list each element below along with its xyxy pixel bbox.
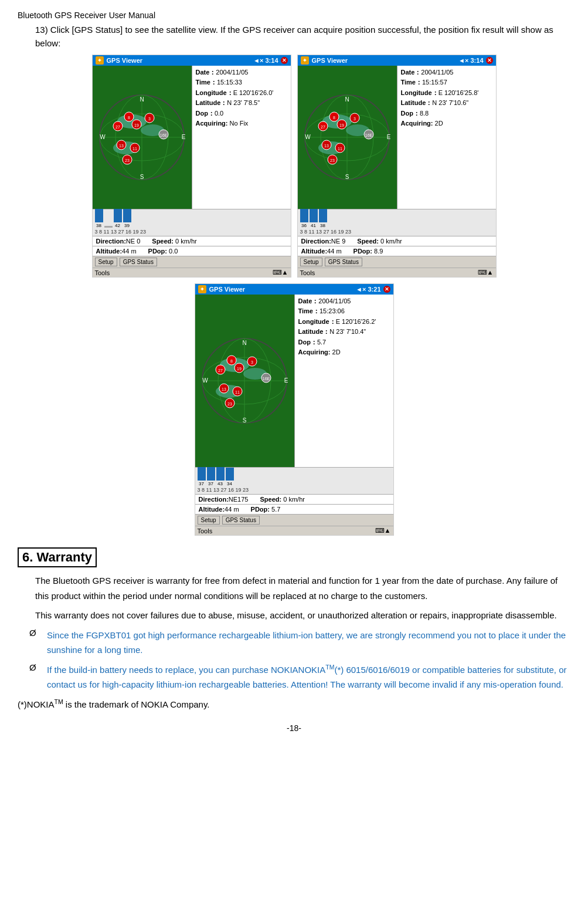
spd-3: Speed: 0 km/hr xyxy=(260,496,304,503)
bar-1d xyxy=(123,208,131,222)
signal-nums-2: 3 8 11 13 27 16 19 23 xyxy=(300,229,494,235)
alt-1: Altitude:44 m xyxy=(96,248,137,255)
warranty-section: 6. Warranty The Bluetooth GPS receiver i… xyxy=(18,547,570,712)
footer-note: (*)NOKIATM is the trademark of NOKIA Com… xyxy=(18,697,570,712)
bullet-text-1: Since the FGPXBT01 got high performance … xyxy=(47,628,570,658)
bullet-symbol-2: Ø xyxy=(29,662,41,692)
setup-btn-3[interactable]: Setup xyxy=(198,516,220,525)
lon-label-2: Longitude： xyxy=(401,89,439,96)
bar-2b xyxy=(310,207,318,222)
lon-value-1: E 120'16'26.0' xyxy=(233,89,274,96)
win-close-3[interactable]: ✕ xyxy=(383,286,390,293)
svg-text:W: W xyxy=(202,377,208,384)
win-title-3: GPS Viewer xyxy=(209,286,246,293)
svg-text:8: 8 xyxy=(230,359,233,363)
svg-text:16E: 16E xyxy=(365,133,372,137)
screenshot-2: ✦ GPS Viewer ◄× 3:14 ✕ N xyxy=(297,55,497,278)
svg-text:S: S xyxy=(345,174,349,180)
dop-value-1: 0.0 xyxy=(215,110,223,117)
bar-label-1a: 38 xyxy=(96,223,101,228)
svg-text:11: 11 xyxy=(235,390,240,394)
bar-label-1c: 42 xyxy=(115,223,120,228)
bar-label-1d: 39 xyxy=(124,223,130,228)
bar-label-3a: 37 xyxy=(199,481,204,486)
svg-text:13: 13 xyxy=(119,144,124,148)
spd-2: Speed: 0 km/hr xyxy=(357,238,402,245)
bar-label-3c: 43 xyxy=(217,481,223,486)
warranty-bullet1: Ø Since the FGPXBT01 got high performanc… xyxy=(18,628,570,658)
dop-label-2: Dop： xyxy=(401,110,420,117)
dop-value-2: 8.8 xyxy=(420,110,429,117)
svg-text:16E: 16E xyxy=(159,133,167,137)
svg-text:E: E xyxy=(181,134,185,140)
svg-text:W: W xyxy=(305,134,311,140)
screenshot-3: ✦ GPS Viewer ◄× 3:21 ✕ N S W E xyxy=(195,283,394,536)
dop-value-3: 5.7 xyxy=(317,339,326,346)
bar-label-3b: 37 xyxy=(208,481,213,486)
svg-text:16E: 16E xyxy=(262,377,270,381)
win-title-2: GPS Viewer xyxy=(312,57,348,64)
bar-label-2b: 41 xyxy=(311,223,316,228)
win-close-1[interactable]: ✕ xyxy=(281,57,288,64)
bar-1a xyxy=(95,208,103,222)
time-value-2: 15:15:57 xyxy=(422,79,447,86)
time-label-2: Time： xyxy=(401,79,422,86)
lon-value-2: E 120'16'25.8' xyxy=(439,89,479,96)
svg-text:S: S xyxy=(242,417,246,424)
date-value-1: 2004/11/05 xyxy=(216,69,248,76)
svg-text:13: 13 xyxy=(324,144,329,148)
lat-value-2: N 23' 7'10.6" xyxy=(432,99,468,106)
dop-label-3: Dop： xyxy=(298,339,317,346)
win-volume-2: ◄× 3:14 xyxy=(458,57,483,64)
win-close-2[interactable]: ✕ xyxy=(486,57,493,64)
bullet-symbol-1: Ø xyxy=(29,628,41,658)
date-label-1: Date： xyxy=(196,69,216,76)
bar-label-2a: 36 xyxy=(301,223,307,228)
date-value-3: 2004/11/05 xyxy=(318,297,351,305)
bar-3b xyxy=(207,466,215,481)
screenshot-1: ✦ GPS Viewer ◄× 3:14 ✕ xyxy=(92,55,291,278)
svg-text:19: 19 xyxy=(339,123,344,127)
pdop-1: PDop: 0.0 xyxy=(148,248,178,255)
gps-status-btn-1[interactable]: GPS Status xyxy=(120,258,157,266)
svg-text:13: 13 xyxy=(222,387,226,391)
setup-btn-1[interactable]: Setup xyxy=(95,258,117,266)
svg-text:S: S xyxy=(140,174,144,180)
keyboard-icon-3[interactable]: ⌨▲ xyxy=(375,527,391,535)
step-text: 13) Click [GPS Status] to see the satell… xyxy=(18,23,570,50)
gps-status-btn-2[interactable]: GPS Status xyxy=(325,258,362,266)
svg-text:N: N xyxy=(140,96,144,103)
setup-btn-2[interactable]: Setup xyxy=(300,258,322,266)
svg-text:3: 3 xyxy=(251,360,253,364)
alt-2: Altitude:44 m xyxy=(301,248,342,255)
keyboard-icon-1[interactable]: ⌨▲ xyxy=(273,269,288,276)
acq-value-3: 2D xyxy=(332,349,341,356)
bar-label-2c: 38 xyxy=(320,223,325,228)
bar-label-3d: 34 xyxy=(227,481,232,486)
lat-value-1: N 23' 7'8.5" xyxy=(227,99,260,106)
svg-text:3: 3 xyxy=(148,117,151,121)
bar-2a xyxy=(300,209,308,222)
lat-value-3: N 23' 7'10.4" xyxy=(329,328,366,335)
gps-status-btn-3[interactable]: GPS Status xyxy=(222,516,260,525)
time-label-1: Time： xyxy=(196,79,217,86)
lon-label-3: Longitude： xyxy=(298,318,336,325)
svg-text:23: 23 xyxy=(125,158,130,163)
svg-text:27: 27 xyxy=(218,368,223,373)
dir-1: Direction:NE 0 xyxy=(96,238,141,245)
bullet-text-2: If the build-in battery needs to replace… xyxy=(47,662,570,692)
svg-text:E: E xyxy=(386,134,390,140)
keyboard-icon-2[interactable]: ⌨▲ xyxy=(478,269,494,276)
svg-text:8: 8 xyxy=(333,116,335,120)
dir-3: Direction:NE175 xyxy=(199,496,249,503)
time-value-1: 15:15:33 xyxy=(217,79,242,86)
bar-1b xyxy=(104,226,113,228)
bar-3d xyxy=(226,468,234,481)
lon-label-1: Longitude： xyxy=(196,89,233,96)
svg-text:27: 27 xyxy=(115,125,120,129)
svg-text:19: 19 xyxy=(134,123,139,127)
bar-3a xyxy=(198,466,206,481)
svg-text:E: E xyxy=(284,377,288,384)
bar-3c xyxy=(216,465,225,481)
lon-value-3: E 120'16'26.2' xyxy=(336,318,376,325)
